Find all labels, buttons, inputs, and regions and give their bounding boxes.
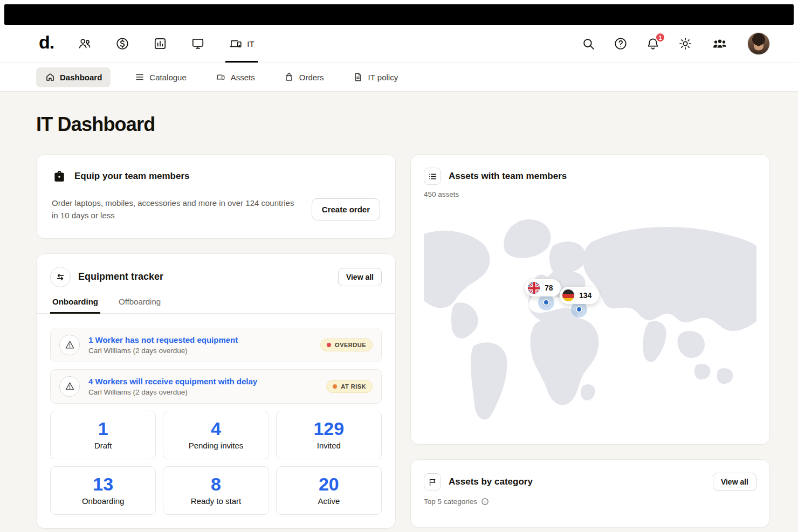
tab-it[interactable]: IT [229, 25, 254, 63]
stat-pending-invites[interactable]: 4 Pending invites [163, 411, 269, 459]
home-icon [45, 72, 55, 82]
uk-asset-count: 78 [545, 284, 553, 292]
reports-chart-icon[interactable] [153, 37, 167, 51]
category-view-all-button[interactable]: View all [713, 473, 756, 491]
main-content: IT Dashboard Equip your team members Ord… [0, 92, 798, 532]
monitor-icon[interactable] [191, 37, 205, 51]
warning-triangle-icon [59, 335, 80, 355]
nav-label: IT policy [368, 73, 398, 82]
tab-onboarding[interactable]: Onboarding [50, 297, 100, 313]
team-members-icon[interactable] [711, 34, 729, 53]
assets-by-category-card: Assets by category View all Top 5 catego… [410, 459, 770, 528]
alert-subtitle: Carl Williams (2 days overdue) [88, 388, 318, 396]
nav-item-catalogue[interactable]: Catalogue [129, 67, 191, 87]
nav-label: Dashboard [60, 73, 102, 82]
help-icon[interactable] [614, 37, 628, 51]
top-categories-label: Top 5 categories [424, 498, 477, 506]
assets-devices-icon [216, 72, 226, 82]
devices-icon [229, 37, 243, 51]
flag-icon [424, 473, 441, 490]
onboarding-stats-grid: 1 Draft 4 Pending invites 129 Invited [50, 411, 382, 515]
germany-asset-count: 134 [579, 291, 591, 300]
notification-count-badge: 1 [655, 32, 665, 43]
status-badge-overdue: OVERDUE [320, 338, 373, 351]
people-nav-icon[interactable] [78, 37, 92, 51]
it-tab-label: IT [247, 39, 254, 49]
notifications-bell-icon[interactable]: 1 [646, 37, 660, 51]
payroll-dollar-icon[interactable] [115, 37, 129, 51]
germany-flag-icon [562, 289, 575, 302]
info-icon[interactable] [481, 498, 489, 506]
search-icon[interactable] [581, 37, 595, 51]
equipment-tracker-card: Equipment tracker View all Onboarding Of… [36, 253, 396, 529]
tracker-card-title: Equipment tracker [78, 271, 163, 282]
nav-label: Orders [299, 73, 324, 82]
create-order-button[interactable]: Create order [312, 198, 380, 220]
stat-ready-to-start[interactable]: 8 Ready to start [163, 466, 269, 515]
map-pin-uk[interactable] [538, 294, 554, 310]
alert-title-link[interactable]: 1 Worker has not requested equipment [88, 335, 312, 344]
deel-logo[interactable]: d. [39, 32, 54, 56]
alert-subtitle: Carl Williams (2 days overdue) [88, 347, 312, 355]
world-map-svg [424, 208, 756, 433]
world-map[interactable]: 78 134 [424, 208, 756, 433]
tracker-view-all-button[interactable]: View all [338, 268, 382, 286]
status-badge-at-risk: AT RISK [326, 380, 373, 393]
nav-item-dashboard[interactable]: Dashboard [36, 67, 111, 87]
nav-item-orders[interactable]: Orders [279, 67, 329, 87]
assets-map-title: Assets with team members [449, 171, 567, 182]
category-card-title: Assets by category [449, 476, 533, 487]
stat-onboarding[interactable]: 13 Onboarding [50, 466, 156, 515]
stat-draft[interactable]: 1 Draft [50, 411, 156, 459]
map-marker-uk[interactable]: 78 [525, 279, 561, 296]
user-avatar[interactable] [747, 32, 770, 55]
sub-nav: Dashboard Catalogue Assets Orders [0, 63, 798, 92]
tracker-tabs: Onboarding Offboarding [37, 297, 395, 314]
nav-item-it-policy[interactable]: IT policy [348, 67, 404, 87]
overdue-dot [327, 343, 331, 347]
nav-item-assets[interactable]: Assets [210, 67, 260, 87]
list-icon [424, 168, 441, 185]
map-marker-germany[interactable]: 134 [560, 287, 599, 304]
document-icon [353, 72, 363, 82]
alert-row-overdue[interactable]: 1 Worker has not requested equipment Car… [50, 328, 382, 362]
app-header: d. [0, 25, 798, 63]
right-column: Assets with team members 450 assets [410, 154, 770, 528]
stat-active[interactable]: 20 Active [276, 466, 382, 515]
warning-triangle-icon [59, 376, 80, 397]
swap-arrows-icon [50, 267, 71, 287]
at-risk-dot [333, 384, 337, 389]
alert-title-link[interactable]: 4 Workers will receive equipment with de… [88, 377, 318, 386]
equip-card-description: Order laptops, mobiles, accessories and … [52, 197, 294, 222]
nav-label: Assets [231, 73, 255, 82]
settings-gear-icon[interactable] [678, 37, 692, 51]
orders-bag-icon [284, 72, 294, 82]
stat-invited[interactable]: 129 Invited [276, 411, 382, 459]
tab-offboarding[interactable]: Offboarding [116, 297, 163, 313]
browser-chrome-bar [4, 4, 794, 25]
left-column: Equip your team members Order laptops, m… [36, 154, 396, 529]
nav-label: Catalogue [149, 73, 186, 82]
equip-team-card: Equip your team members Order laptops, m… [36, 154, 396, 239]
assets-map-card: Assets with team members 450 assets [410, 154, 770, 445]
equip-card-title: Equip your team members [74, 171, 190, 182]
catalogue-list-icon [134, 72, 145, 82]
alert-row-at-risk[interactable]: 4 Workers will receive equipment with de… [50, 369, 382, 404]
asset-count: 450 assets [424, 190, 756, 198]
page-title: IT Dashboard [36, 113, 770, 136]
briefcase-icon [52, 169, 67, 184]
uk-flag-icon [527, 281, 540, 294]
